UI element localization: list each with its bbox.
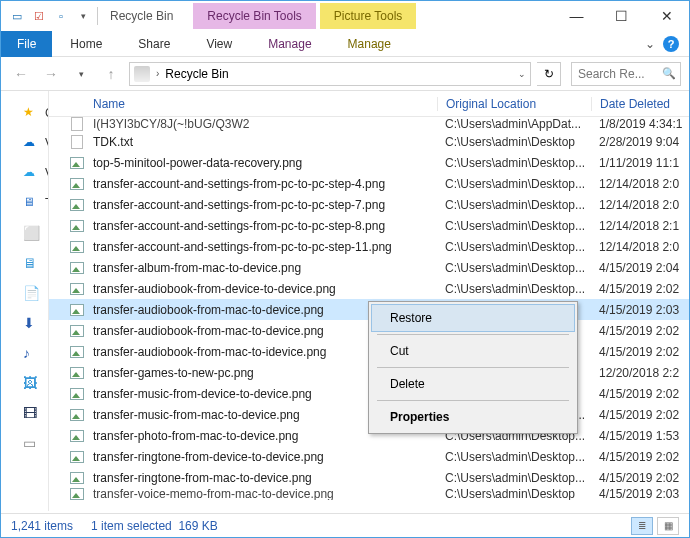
recycle-bin-tools-tab-header[interactable]: Recycle Bin Tools [193,3,316,29]
properties-icon[interactable]: ▭ [9,8,25,24]
column-original-location[interactable]: Original Location [437,97,591,111]
pc-icon: 🖥 [23,195,39,211]
window-controls: — ☐ ✕ [554,1,689,31]
file-name: transfer-ringtone-from-mac-to-device.png [93,471,437,485]
expand-ribbon-icon[interactable]: ⌄ [645,37,655,51]
sidebar-3d-objects[interactable]: ⬜ [23,225,39,241]
drive-icon: ▭ [23,435,39,451]
history-dropdown-icon[interactable]: ▾ [69,62,93,86]
image-file-icon [69,239,85,255]
search-placeholder: Search Re... [578,67,645,81]
file-name: transfer-account-and-settings-from-pc-to… [93,219,437,233]
separator [97,7,98,25]
help-icon[interactable]: ? [663,36,679,52]
column-name[interactable]: Name [93,97,437,111]
file-location: C:\Users\admin\Desktop... [437,240,591,254]
sidebar-this-pc[interactable]: 🖥T [23,195,49,211]
address-dropdown-icon[interactable]: ⌄ [518,69,526,79]
chevron-right-icon[interactable]: › [156,68,159,79]
sidebar-downloads[interactable]: ⬇ [23,315,39,331]
sidebar-quick-access[interactable]: ★C [23,105,49,121]
manage-recycle-tab[interactable]: Manage [250,32,329,56]
file-row[interactable]: transfer-account-and-settings-from-pc-to… [49,194,689,215]
view-tab[interactable]: View [188,32,250,56]
close-button[interactable]: ✕ [644,1,689,31]
main-area: ★C ☁V ☁V 🖥T ⬜ 🖥 📄 ⬇ ♪ 🖼 🎞 ▭ Name Origina… [1,91,689,511]
status-bar: 1,241 items 1 item selected 169 KB ≣ ▦ [1,513,689,537]
download-icon: ⬇ [23,315,39,331]
context-properties[interactable]: Properties [371,403,575,431]
text-file-icon [69,117,85,131]
picture-tools-tab-header[interactable]: Picture Tools [320,3,416,29]
file-location: C:\Users\admin\Desktop... [437,450,591,464]
sidebar-drive[interactable]: ▭ [23,435,39,451]
file-row[interactable]: transfer-ringtone-from-mac-to-device.png… [49,467,689,488]
file-row[interactable]: transfer-account-and-settings-from-pc-to… [49,215,689,236]
file-row[interactable]: TDK.txtC:\Users\admin\Desktop2/28/2019 9… [49,131,689,152]
back-button[interactable]: ← [9,62,33,86]
home-tab[interactable]: Home [52,32,120,56]
videos-icon: 🎞 [23,405,39,421]
file-row[interactable]: transfer-account-and-settings-from-pc-to… [49,173,689,194]
file-date: 12/20/2018 2:2 [591,366,689,380]
qat-dropdown-icon[interactable]: ▾ [75,8,91,24]
navigation-pane[interactable]: ★C ☁V ☁V 🖥T ⬜ 🖥 📄 ⬇ ♪ 🖼 🎞 ▭ [1,91,49,511]
maximize-button[interactable]: ☐ [599,1,644,31]
file-date: 12/14/2018 2:0 [591,177,689,191]
file-name: transfer-ringtone-from-device-to-device.… [93,450,437,464]
refresh-button[interactable]: ↻ [537,62,561,86]
sidebar-music[interactable]: ♪ [23,345,39,361]
sidebar-videos[interactable]: 🎞 [23,405,39,421]
sidebar-documents[interactable]: 📄 [23,285,39,301]
file-location: C:\Users\admin\Desktop... [437,156,591,170]
context-separator [377,334,569,335]
minimize-button[interactable]: — [554,1,599,31]
restore-icon[interactable]: ▫ [53,8,69,24]
context-restore[interactable]: Restore [371,304,575,332]
thumbnails-view-button[interactable]: ▦ [657,517,679,535]
sidebar-desktop[interactable]: 🖥 [23,255,39,271]
file-row[interactable]: transfer-voice-memo-from-mac-to-device.p… [49,488,689,500]
music-icon: ♪ [23,345,39,361]
sidebar-onedrive-2[interactable]: ☁V [23,165,49,181]
file-row[interactable]: top-5-minitool-power-data-recovery.pngC:… [49,152,689,173]
image-file-icon [69,218,85,234]
details-view-button[interactable]: ≣ [631,517,653,535]
file-row[interactable]: transfer-ringtone-from-device-to-device.… [49,446,689,467]
forward-button[interactable]: → [39,62,63,86]
context-cut[interactable]: Cut [371,337,575,365]
file-tab[interactable]: File [1,31,52,57]
file-row[interactable]: transfer-account-and-settings-from-pc-to… [49,236,689,257]
file-row[interactable]: I(H3YI3bCY/8J(~!bUG/Q3W2C:\Users\admin\A… [49,117,689,131]
document-icon: 📄 [23,285,39,301]
image-file-icon [69,488,85,500]
file-date: 4/15/2019 2:03 [591,303,689,317]
file-location: C:\Users\admin\AppDat... [437,117,591,131]
share-tab[interactable]: Share [120,32,188,56]
file-date: 12/14/2018 2:0 [591,240,689,254]
context-delete[interactable]: Delete [371,370,575,398]
sidebar-onedrive[interactable]: ☁V [23,135,49,151]
delete-check-icon[interactable]: ☑ [31,8,47,24]
file-date: 4/15/2019 1:53 [591,429,689,443]
up-button[interactable]: ↑ [99,62,123,86]
file-row[interactable]: transfer-audiobook-from-device-to-device… [49,278,689,299]
file-name: transfer-audiobook-from-device-to-device… [93,282,437,296]
ribbon-help-area: ⌄ ? [645,36,679,52]
column-date-deleted[interactable]: Date Deleted [591,97,689,111]
file-name: transfer-account-and-settings-from-pc-to… [93,240,437,254]
file-name: I(H3YI3bCY/8J(~!bUG/Q3W2 [93,117,437,131]
search-input[interactable]: Search Re... [571,62,681,86]
desktop-icon: 🖥 [23,255,39,271]
file-location: C:\Users\admin\Desktop... [437,219,591,233]
manage-picture-tab[interactable]: Manage [330,32,409,56]
sidebar-pictures[interactable]: 🖼 [23,375,39,391]
image-file-icon [69,470,85,486]
image-file-icon [69,428,85,444]
status-selection: 1 item selected 169 KB [91,519,218,533]
file-date: 4/15/2019 2:02 [591,387,689,401]
image-file-icon [69,407,85,423]
file-row[interactable]: transfer-album-from-mac-to-device.pngC:\… [49,257,689,278]
address-bar[interactable]: › Recycle Bin ⌄ [129,62,531,86]
recycle-bin-icon [134,66,150,82]
